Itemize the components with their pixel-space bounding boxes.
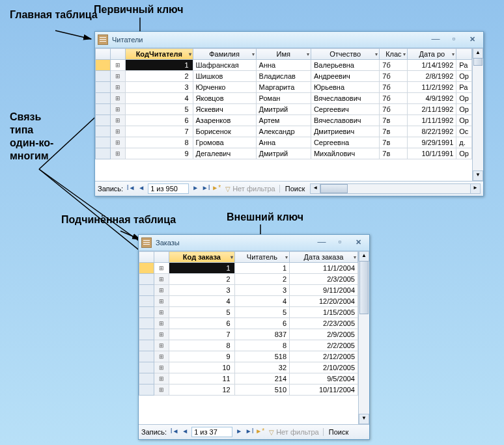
last-record-button[interactable]: ►I	[244, 427, 255, 437]
column-header[interactable]: Фамилия▾	[193, 49, 256, 60]
svg-line-5	[120, 231, 140, 239]
column-header[interactable]: КодЧитателя▾	[126, 49, 193, 60]
minimize-button[interactable]: —	[427, 34, 444, 45]
vertical-scrollbar[interactable]: ▲ ▼	[358, 251, 369, 424]
scroll-thumb[interactable]	[359, 261, 369, 314]
close-button[interactable]: ✕	[464, 34, 481, 45]
column-header[interactable]: Отчество▾	[311, 49, 379, 60]
no-filter-label: Нет фильтра	[269, 428, 319, 436]
minimize-button[interactable]: —	[313, 237, 330, 248]
table-row[interactable]: ⊞95182/12/2005	[139, 351, 358, 362]
window-title: Читатели	[112, 36, 143, 44]
scroll-up-button[interactable]: ▲	[473, 48, 483, 59]
first-record-button[interactable]: I◄	[126, 183, 136, 194]
label-relation: Связь типа один-ко-многим	[10, 111, 62, 163]
table-icon	[98, 34, 108, 45]
table-icon	[141, 237, 152, 248]
maximize-button[interactable]: ▫	[331, 237, 348, 248]
close-button[interactable]: ✕	[350, 237, 367, 248]
label-foreign-key: Внешний ключ	[227, 211, 303, 223]
table-row[interactable]: ⊞8ГромоваАннаСергеевна7в9/29/1991д.	[96, 137, 472, 148]
scroll-left-button[interactable]: ◄	[310, 183, 320, 194]
record-navigator: Запись: I◄ ◄ 1 из 37 ► ►I ►* Нет фильтра…	[139, 424, 369, 439]
window-orders: Заказы — ▫ ✕ Код заказа▾Читатель▾Дата за…	[138, 234, 370, 440]
first-record-button[interactable]: I◄	[169, 427, 180, 437]
scroll-up-button[interactable]: ▲	[359, 251, 369, 262]
label-main-table: Главная таблица	[10, 9, 98, 21]
next-record-button[interactable]: ►	[234, 427, 244, 437]
label-primary-key: Первичный ключ	[94, 4, 183, 16]
table-row[interactable]: ⊞10322/10/2005	[139, 362, 358, 373]
next-record-button[interactable]: ►	[190, 183, 201, 194]
table-row[interactable]: ⊞5ЯскевичДмитрийСергеевич7б2/11/1992Ор	[96, 104, 472, 115]
table-row[interactable]: ⊞339/11/2004	[139, 285, 358, 296]
table-row[interactable]: ⊞7БорисенокАлександрДмитриевич7в8/22/199…	[96, 126, 472, 137]
maximize-button[interactable]: ▫	[445, 34, 462, 45]
titlebar-orders[interactable]: Заказы — ▫ ✕	[139, 235, 369, 251]
table-row[interactable]: ⊞4412/20/2004	[139, 296, 358, 307]
table-row[interactable]: ⊞662/23/2005	[139, 318, 358, 329]
table-row[interactable]: ⊞1ШафранскаяАннаВалерьевна7б1/14/1992Ра	[96, 60, 472, 71]
table-row[interactable]: ⊞1251010/11/2004	[139, 384, 358, 396]
table-row[interactable]: ⊞6АзаренковАртемВячеславович7в1/11/1992О…	[96, 115, 472, 126]
column-header[interactable]: Имя▾	[256, 49, 311, 60]
table-row[interactable]: ⊞222/3/2005	[139, 274, 358, 285]
scroll-down-button[interactable]: ▼	[359, 414, 369, 424]
window-title: Заказы	[156, 239, 180, 247]
table-row[interactable]: ⊞9ДегалевичДмитрийМихайлович7в10/1/1991О…	[96, 148, 472, 159]
titlebar-readers[interactable]: Читатели — ▫ ✕	[95, 32, 483, 48]
vertical-scrollbar[interactable]: ▲ ▼	[472, 48, 483, 181]
search-label[interactable]: Поиск	[323, 428, 348, 436]
table-row[interactable]: ⊞882/2/2005	[139, 340, 358, 351]
column-header[interactable]: Дата ро▾	[408, 49, 456, 60]
svg-line-0	[55, 31, 91, 39]
scroll-right-button[interactable]: ►	[470, 183, 481, 194]
table-row[interactable]: ⊞4ЯковцовРоманВячеславович7б4/9/1992Ор	[96, 93, 472, 104]
no-filter-label: Нет фильтра	[225, 185, 275, 193]
new-record-button[interactable]: ►*	[211, 183, 221, 194]
prev-record-button[interactable]: ◄	[180, 427, 190, 437]
readers-table[interactable]: КодЧитателя▾Фамилия▾Имя▾Отчество▾Клас▾Да…	[95, 48, 472, 159]
prev-record-button[interactable]: ◄	[136, 183, 147, 194]
table-row[interactable]: ⊞3ЮрченкоМаргаритаЮрьевна7б11/2/1992Ра	[96, 82, 472, 93]
table-row[interactable]: ⊞551/15/2005	[139, 307, 358, 318]
column-header[interactable]: Клас▾	[380, 49, 408, 60]
scroll-thumb[interactable]	[473, 58, 483, 66]
window-readers: Читатели — ▫ ✕ КодЧитателя▾Фамилия▾Имя▾О…	[94, 31, 484, 196]
record-navigator: Запись: I◄ ◄ 1 из 950 ► ►I ►* Нет фильтр…	[95, 181, 483, 196]
label-sub-table: Подчинённая таблица	[61, 214, 176, 226]
record-label: Запись:	[98, 185, 123, 193]
search-label[interactable]: Поиск	[279, 185, 305, 193]
table-row[interactable]: ⊞2ШишковВладиславАндреевич7б2/8/1992Ор	[96, 71, 472, 82]
column-header[interactable]: Код заказа▾	[169, 252, 235, 263]
column-header[interactable]: Дата заказа▾	[290, 252, 358, 263]
record-position[interactable]: 1 из 950	[148, 183, 189, 194]
table-row[interactable]: ⊞1111/1/2004	[139, 263, 358, 274]
scroll-down-button[interactable]: ▼	[473, 170, 483, 181]
horizontal-scrollbar[interactable]: ◄ ►	[310, 183, 481, 194]
new-record-button[interactable]: ►*	[255, 427, 265, 437]
record-label: Запись:	[141, 428, 167, 436]
hscroll-thumb[interactable]	[320, 184, 348, 193]
last-record-button[interactable]: ►I	[201, 183, 211, 194]
table-row[interactable]: ⊞112149/5/2004	[139, 373, 358, 384]
orders-table[interactable]: Код заказа▾Читатель▾Дата заказа▾ ⊞1111/1…	[139, 251, 358, 396]
column-header[interactable]: Читатель▾	[234, 252, 289, 263]
table-row[interactable]: ⊞78372/9/2005	[139, 329, 358, 340]
record-position[interactable]: 1 из 37	[191, 427, 232, 437]
